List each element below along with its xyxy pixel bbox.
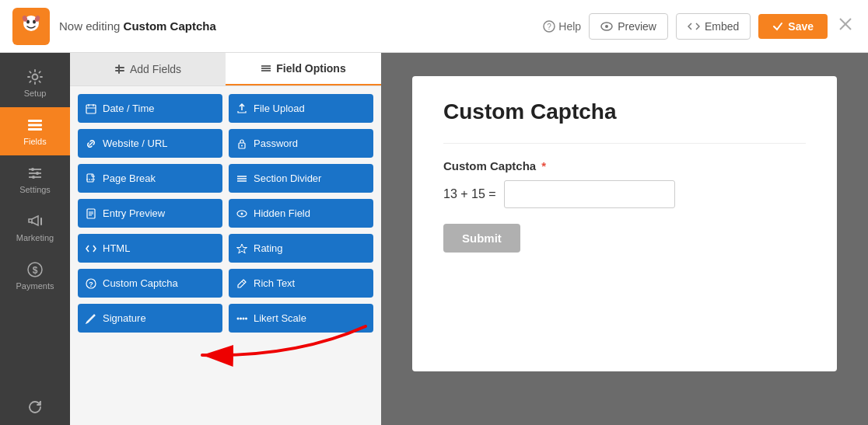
save-button[interactable]: Save [758, 14, 828, 39]
form-card: Custom Captcha Custom Captcha * 13 + 15 … [412, 76, 837, 371]
field-label-hidden-field: Hidden Field [254, 207, 310, 219]
preview-button[interactable]: Preview [589, 13, 668, 40]
svg-point-46 [241, 212, 243, 214]
form-divider [443, 143, 806, 144]
field-btn-signature[interactable]: Signature [78, 304, 222, 333]
editing-prefix: Now editing [59, 19, 120, 33]
field-label-custom-captcha: Custom Captcha [103, 277, 178, 289]
captcha-row: 13 + 15 = [443, 180, 806, 208]
lock-icon [236, 138, 247, 149]
fields-grid: Date / Time File Upload Website / URL Pa… [70, 86, 381, 340]
divider-icon [236, 173, 247, 184]
field-options-tab-label: Field Options [276, 62, 345, 75]
embed-button[interactable]: Embed [676, 13, 751, 40]
help-button[interactable]: ? Help [543, 20, 581, 33]
field-btn-rating[interactable]: Rating [229, 234, 373, 263]
svg-rect-26 [118, 64, 120, 74]
pen-icon [86, 313, 96, 324]
form-preview-title: Custom Captcha [443, 99, 806, 124]
field-label-date-time: Date / Time [103, 103, 154, 114]
top-bar: Now editing Custom Captcha ? Help Previe… [0, 0, 868, 53]
field-btn-hidden-field[interactable]: Hidden Field [229, 199, 373, 228]
field-label-password: Password [254, 138, 298, 149]
field-btn-likert-scale[interactable]: Likert Scale [229, 304, 373, 333]
field-label-website-url: Website / URL [103, 138, 168, 149]
panel-tabs: Add Fields Field Options [70, 53, 381, 86]
svg-point-21 [32, 176, 35, 179]
fields-icon [26, 117, 44, 134]
preview-label: Preview [618, 20, 656, 33]
field-options-tab-icon [261, 63, 271, 74]
sidebar-item-marketing[interactable]: Marketing [0, 204, 70, 252]
sidebar-item-revisions[interactable] [0, 389, 70, 425]
fields-panel: Add Fields Field Options Date / Time Fil… [70, 53, 381, 425]
dots-icon [236, 313, 247, 324]
svg-text:?: ? [548, 23, 552, 31]
edit-icon [236, 278, 247, 289]
field-btn-password[interactable]: Password [229, 129, 373, 158]
sidebar-item-payments[interactable]: $ Payments [0, 252, 70, 300]
sidebar-item-setup[interactable]: Setup [0, 59, 70, 107]
field-label-text: Custom Captcha [443, 159, 536, 172]
svg-rect-15 [28, 128, 42, 131]
code-icon [86, 243, 96, 254]
field-btn-page-break[interactable]: Page Break [78, 164, 222, 193]
field-label-likert-scale: Likert Scale [254, 312, 306, 324]
submit-button[interactable]: Submit [443, 224, 520, 253]
field-btn-entry-preview[interactable]: Entry Preview [78, 199, 222, 228]
embed-icon [688, 20, 700, 33]
add-fields-tab-label: Add Fields [130, 63, 181, 75]
svg-point-53 [243, 317, 245, 319]
sidebar-fields-label: Fields [23, 137, 46, 146]
field-label-page-break: Page Break [103, 172, 156, 184]
star-icon [236, 243, 247, 254]
svg-point-51 [237, 317, 240, 319]
doc-icon [86, 208, 96, 219]
eye-icon [236, 208, 247, 219]
editing-label: Now editing Custom Captcha [59, 19, 216, 33]
sidebar-settings-label: Settings [19, 185, 51, 194]
question-icon: ? [86, 278, 96, 289]
tab-field-options[interactable]: Field Options [226, 53, 381, 85]
field-label-section-divider: Section Divider [254, 172, 321, 184]
form-field-label: Custom Captcha * [443, 159, 806, 172]
svg-point-19 [31, 168, 34, 171]
field-btn-date-time[interactable]: Date / Time [78, 94, 222, 123]
field-btn-section-divider[interactable]: Section Divider [229, 164, 373, 193]
sidebar: Setup Fields Settings Marketing $ Paymen… [0, 53, 70, 425]
help-icon: ? [543, 20, 555, 33]
captcha-input[interactable] [504, 180, 675, 208]
svg-text:?: ? [89, 280, 93, 288]
field-btn-custom-captcha[interactable]: ? Custom Captcha [78, 269, 222, 298]
sidebar-item-settings[interactable]: Settings [0, 155, 70, 204]
megaphone-icon [26, 213, 44, 230]
refresh-icon [26, 399, 44, 416]
embed-label: Embed [705, 20, 739, 33]
form-name: Custom Captcha [124, 19, 216, 33]
preview-icon [600, 20, 613, 33]
top-bar-right: ? Help Preview Embed Save [543, 13, 856, 40]
top-bar-left: Now editing Custom Captcha [12, 8, 216, 45]
captcha-expression: 13 + 15 = [443, 187, 496, 201]
sidebar-item-fields[interactable]: Fields [0, 107, 70, 155]
field-label-html: HTML [103, 242, 130, 254]
page-icon [86, 173, 96, 184]
field-btn-website-url[interactable]: Website / URL [78, 129, 222, 158]
field-btn-rich-text[interactable]: Rich Text [229, 269, 373, 298]
svg-rect-13 [28, 120, 42, 122]
svg-point-9 [605, 25, 608, 28]
field-label-signature: Signature [103, 312, 146, 324]
svg-rect-36 [87, 174, 93, 182]
field-label-rating: Rating [254, 242, 283, 254]
preview-area: Custom Captcha Custom Captcha * 13 + 15 … [381, 53, 868, 425]
tab-add-fields[interactable]: Add Fields [70, 53, 226, 85]
required-star: * [541, 159, 546, 172]
field-btn-file-upload[interactable]: File Upload [229, 94, 373, 123]
dollar-icon: $ [26, 261, 44, 278]
close-button[interactable] [835, 14, 856, 38]
field-btn-html[interactable]: HTML [78, 234, 222, 263]
link-icon [86, 138, 96, 149]
sidebar-setup-label: Setup [24, 89, 47, 98]
svg-text:$: $ [33, 265, 38, 276]
help-label: Help [558, 20, 581, 33]
